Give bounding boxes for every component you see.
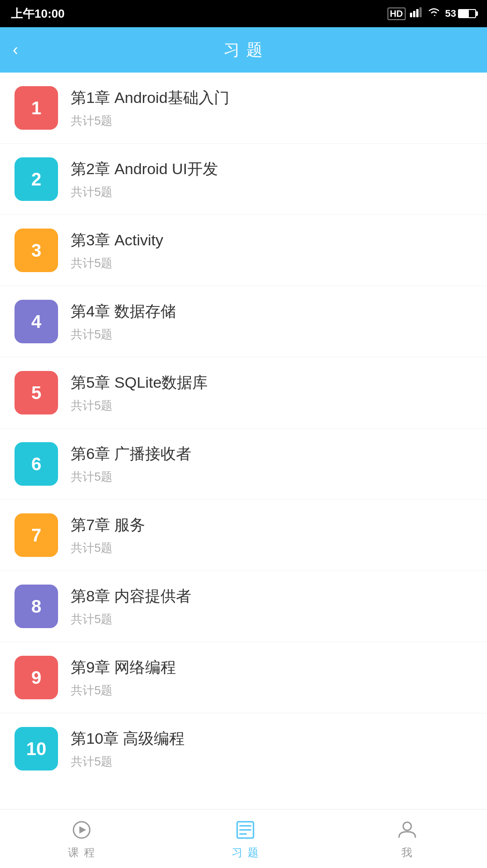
list-item[interactable]: 6 第6章 广播接收者 共计5题	[0, 429, 487, 500]
svg-rect-2	[416, 9, 419, 17]
chapter-count: 共计5题	[71, 611, 191, 627]
course-icon	[70, 818, 93, 842]
list-item[interactable]: 1 第1章 Android基础入门 共计5题	[0, 73, 487, 144]
chapter-number: 2	[31, 169, 41, 190]
nav-exercises-label: 习 题	[232, 845, 259, 860]
item-text: 第3章 Activity 共计5题	[71, 230, 163, 271]
chapter-title: 第8章 内容提供者	[71, 586, 191, 607]
list-item[interactable]: 10 第10章 高级编程 共计5题	[0, 713, 487, 784]
chapter-count: 共计5题	[71, 683, 176, 698]
chapter-badge: 2	[15, 157, 58, 201]
svg-rect-0	[410, 13, 412, 17]
chapter-number: 1	[31, 98, 41, 118]
chapter-number: 6	[31, 454, 41, 474]
chapter-badge: 3	[15, 229, 58, 272]
chapter-count: 共计5题	[71, 327, 176, 342]
item-text: 第9章 网络编程 共计5题	[71, 657, 176, 698]
list-item[interactable]: 9 第9章 网络编程 共计5题	[0, 642, 487, 713]
item-text: 第5章 SQLite数据库 共计5题	[71, 372, 208, 414]
list-item[interactable]: 7 第7章 服务 共计5题	[0, 500, 487, 571]
item-text: 第10章 高级编程 共计5题	[71, 728, 185, 770]
status-icons: HD 53	[388, 7, 476, 20]
nav-me-label: 我	[401, 845, 413, 860]
list-item[interactable]: 2 第2章 Android UI开发 共计5题	[0, 144, 487, 215]
chapter-count: 共计5题	[71, 255, 163, 271]
svg-marker-5	[79, 826, 86, 834]
signal-icon	[410, 7, 423, 20]
chapter-badge: 6	[15, 442, 58, 486]
list-item[interactable]: 4 第4章 数据存储 共计5题	[0, 286, 487, 357]
bottom-navigation: 课 程 习 题 我	[0, 809, 487, 868]
chapter-count: 共计5题	[71, 754, 185, 770]
chapter-count: 共计5题	[71, 540, 145, 556]
chapter-badge: 1	[15, 86, 58, 130]
chapter-count: 共计5题	[71, 469, 191, 485]
chapter-title: 第5章 SQLite数据库	[71, 372, 208, 393]
chapter-title: 第10章 高级编程	[71, 728, 185, 749]
chapter-count: 共计5题	[71, 398, 208, 414]
chapter-title: 第9章 网络编程	[71, 657, 176, 678]
me-icon	[395, 818, 419, 842]
svg-rect-1	[413, 11, 415, 17]
chapter-number: 4	[31, 312, 41, 332]
item-text: 第7章 服务 共计5题	[71, 515, 145, 556]
chapter-number: 8	[31, 596, 41, 617]
item-text: 第8章 内容提供者 共计5题	[71, 586, 191, 627]
chapter-title: 第2章 Android UI开发	[71, 159, 218, 180]
chapter-badge: 7	[15, 513, 58, 557]
chapter-badge: 8	[15, 585, 58, 628]
page-title: 习 题	[224, 39, 263, 61]
nav-course[interactable]: 课 程	[68, 818, 96, 860]
nav-course-label: 课 程	[68, 845, 96, 860]
chapter-badge: 9	[15, 656, 58, 699]
list-item[interactable]: 5 第5章 SQLite数据库 共计5题	[0, 357, 487, 429]
exercises-icon	[234, 818, 257, 842]
list-item[interactable]: 8 第8章 内容提供者 共计5题	[0, 571, 487, 642]
chapter-title: 第1章 Android基础入门	[71, 88, 229, 108]
status-bar: 上午10:00 HD 53	[0, 0, 487, 27]
list-item[interactable]: 3 第3章 Activity 共计5题	[0, 215, 487, 286]
chapter-count: 共计5题	[71, 113, 229, 129]
chapter-number: 3	[31, 240, 41, 261]
chapter-number: 10	[26, 739, 47, 759]
svg-rect-3	[419, 7, 422, 17]
svg-point-10	[403, 822, 411, 830]
nav-me[interactable]: 我	[395, 818, 419, 860]
page-header: ‹ 习 题	[0, 27, 487, 73]
item-text: 第2章 Android UI开发 共计5题	[71, 159, 218, 200]
chapter-count: 共计5题	[71, 184, 218, 200]
chapter-title: 第3章 Activity	[71, 230, 163, 251]
wifi-icon	[427, 7, 441, 20]
item-text: 第6章 广播接收者 共计5题	[71, 444, 191, 485]
hd-label: HD	[388, 8, 405, 20]
chapter-title: 第7章 服务	[71, 515, 145, 536]
chapter-number: 7	[31, 525, 41, 546]
back-button[interactable]: ‹	[13, 40, 18, 59]
item-text: 第1章 Android基础入门 共计5题	[71, 88, 229, 129]
chapter-title: 第6章 广播接收者	[71, 444, 191, 464]
chapter-badge: 4	[15, 300, 58, 343]
chapter-number: 9	[31, 668, 41, 688]
chapter-list: 1 第1章 Android基础入门 共计5题 2 第2章 Android UI开…	[0, 73, 487, 843]
battery-display: 53	[445, 8, 476, 20]
nav-exercises[interactable]: 习 题	[232, 818, 259, 860]
status-time: 上午10:00	[11, 6, 65, 22]
chapter-badge: 10	[15, 727, 58, 770]
chapter-number: 5	[31, 383, 41, 403]
chapter-title: 第4章 数据存储	[71, 301, 176, 322]
chapter-badge: 5	[15, 371, 58, 414]
item-text: 第4章 数据存储 共计5题	[71, 301, 176, 342]
